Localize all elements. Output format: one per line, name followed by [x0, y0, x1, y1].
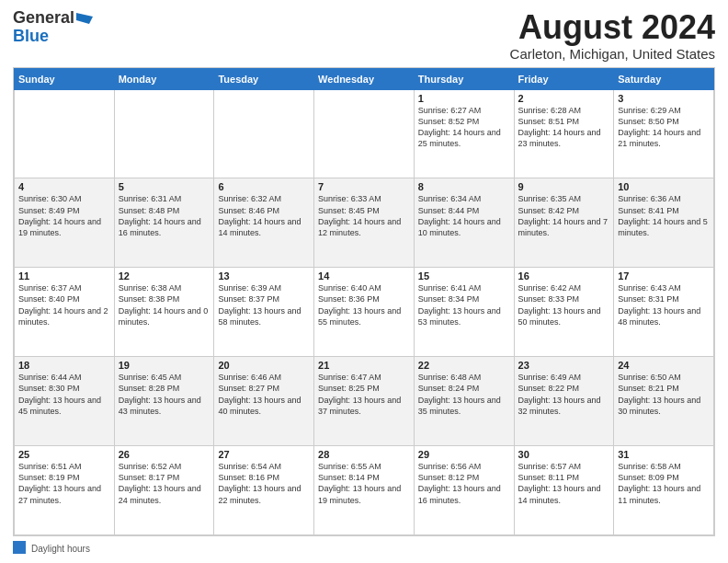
day-header-saturday: Saturday	[614, 68, 714, 89]
day-info: Sunrise: 6:54 AM Sunset: 8:16 PM Dayligh…	[218, 461, 310, 506]
calendar-cell: 20Sunrise: 6:46 AM Sunset: 8:27 PM Dayli…	[214, 357, 314, 446]
calendar-cell: 26Sunrise: 6:52 AM Sunset: 8:17 PM Dayli…	[114, 446, 214, 535]
day-number: 6	[218, 181, 310, 192]
day-info: Sunrise: 6:58 AM Sunset: 8:09 PM Dayligh…	[618, 461, 710, 506]
calendar-cell	[214, 89, 314, 178]
day-number: 28	[318, 449, 410, 460]
day-number: 15	[418, 270, 510, 282]
day-info: Sunrise: 6:39 AM Sunset: 8:37 PM Dayligh…	[218, 282, 310, 327]
day-info: Sunrise: 6:50 AM Sunset: 8:21 PM Dayligh…	[618, 372, 710, 417]
day-number: 30	[518, 449, 610, 460]
week-row-3: 11Sunrise: 6:37 AM Sunset: 8:40 PM Dayli…	[15, 268, 714, 357]
page: General Blue August 2024 Carleton, Michi…	[0, 0, 728, 563]
calendar-cell: 24Sunrise: 6:50 AM Sunset: 8:21 PM Dayli…	[614, 357, 714, 446]
calendar-cell: 30Sunrise: 6:57 AM Sunset: 8:11 PM Dayli…	[514, 446, 614, 535]
calendar-cell: 23Sunrise: 6:49 AM Sunset: 8:22 PM Dayli…	[514, 357, 614, 446]
day-header-thursday: Thursday	[414, 68, 514, 89]
day-number: 14	[318, 270, 410, 282]
day-number: 18	[18, 360, 110, 371]
day-header-sunday: Sunday	[15, 68, 115, 89]
day-number: 31	[618, 449, 710, 460]
day-info: Sunrise: 6:47 AM Sunset: 8:25 PM Dayligh…	[318, 372, 410, 417]
day-number: 17	[618, 270, 710, 282]
day-number: 24	[618, 360, 710, 371]
day-info: Sunrise: 6:31 AM Sunset: 8:48 PM Dayligh…	[119, 193, 210, 238]
logo-general: General	[13, 9, 74, 28]
day-number: 4	[18, 181, 110, 192]
calendar-cell: 14Sunrise: 6:40 AM Sunset: 8:36 PM Dayli…	[314, 268, 415, 357]
day-info: Sunrise: 6:42 AM Sunset: 8:33 PM Dayligh…	[518, 282, 610, 327]
day-number: 22	[418, 360, 510, 371]
day-info: Sunrise: 6:38 AM Sunset: 8:38 PM Dayligh…	[119, 282, 210, 327]
day-number: 7	[318, 181, 410, 192]
calendar-cell: 1Sunrise: 6:27 AM Sunset: 8:52 PM Daylig…	[414, 89, 514, 178]
calendar-cell: 27Sunrise: 6:54 AM Sunset: 8:16 PM Dayli…	[214, 446, 314, 535]
footer: Daylight hours	[13, 540, 715, 554]
day-info: Sunrise: 6:34 AM Sunset: 8:44 PM Dayligh…	[418, 193, 510, 238]
week-row-1: 1Sunrise: 6:27 AM Sunset: 8:52 PM Daylig…	[15, 89, 714, 178]
day-number: 2	[518, 93, 610, 104]
calendar-cell: 29Sunrise: 6:56 AM Sunset: 8:12 PM Dayli…	[414, 446, 514, 535]
day-header-wednesday: Wednesday	[314, 68, 415, 89]
week-row-2: 4Sunrise: 6:30 AM Sunset: 8:49 PM Daylig…	[15, 178, 714, 268]
day-number: 25	[18, 449, 110, 460]
day-number: 29	[418, 449, 510, 460]
calendar-cell: 4Sunrise: 6:30 AM Sunset: 8:49 PM Daylig…	[15, 178, 115, 268]
calendar-cell: 13Sunrise: 6:39 AM Sunset: 8:37 PM Dayli…	[214, 268, 314, 357]
title-block: August 2024 Carleton, Michigan, United S…	[510, 9, 715, 62]
day-info: Sunrise: 6:35 AM Sunset: 8:42 PM Dayligh…	[518, 193, 610, 238]
day-info: Sunrise: 6:30 AM Sunset: 8:49 PM Dayligh…	[18, 193, 110, 238]
calendar-cell: 3Sunrise: 6:29 AM Sunset: 8:50 PM Daylig…	[614, 89, 714, 178]
logo-blue: Blue	[13, 27, 49, 45]
day-info: Sunrise: 6:56 AM Sunset: 8:12 PM Dayligh…	[418, 461, 510, 506]
calendar-header: SundayMondayTuesdayWednesdayThursdayFrid…	[15, 68, 714, 89]
day-header-tuesday: Tuesday	[214, 68, 314, 89]
calendar-cell: 25Sunrise: 6:51 AM Sunset: 8:19 PM Dayli…	[15, 446, 115, 535]
day-number: 19	[119, 360, 210, 371]
day-number: 12	[119, 270, 210, 282]
day-info: Sunrise: 6:51 AM Sunset: 8:19 PM Dayligh…	[18, 461, 110, 506]
calendar-body: 1Sunrise: 6:27 AM Sunset: 8:52 PM Daylig…	[15, 89, 714, 534]
week-row-5: 25Sunrise: 6:51 AM Sunset: 8:19 PM Dayli…	[15, 446, 714, 535]
legend-box	[13, 541, 26, 554]
calendar-cell: 9Sunrise: 6:35 AM Sunset: 8:42 PM Daylig…	[514, 178, 614, 268]
day-info: Sunrise: 6:55 AM Sunset: 8:14 PM Dayligh…	[318, 461, 410, 506]
day-number: 8	[418, 181, 510, 192]
day-info: Sunrise: 6:45 AM Sunset: 8:28 PM Dayligh…	[119, 372, 210, 417]
calendar-cell	[15, 89, 115, 178]
day-number: 16	[518, 270, 610, 282]
day-info: Sunrise: 6:43 AM Sunset: 8:31 PM Dayligh…	[618, 282, 710, 327]
calendar-cell: 28Sunrise: 6:55 AM Sunset: 8:14 PM Dayli…	[314, 446, 415, 535]
footer-note: Daylight hours	[31, 544, 90, 554]
calendar-cell: 21Sunrise: 6:47 AM Sunset: 8:25 PM Dayli…	[314, 357, 415, 446]
day-number: 23	[518, 360, 610, 371]
calendar-cell: 31Sunrise: 6:58 AM Sunset: 8:09 PM Dayli…	[614, 446, 714, 535]
calendar-cell: 8Sunrise: 6:34 AM Sunset: 8:44 PM Daylig…	[414, 178, 514, 268]
day-number: 10	[618, 181, 710, 192]
subtitle: Carleton, Michigan, United States	[510, 46, 715, 62]
day-info: Sunrise: 6:33 AM Sunset: 8:45 PM Dayligh…	[318, 193, 410, 238]
calendar-cell: 2Sunrise: 6:28 AM Sunset: 8:51 PM Daylig…	[514, 89, 614, 178]
day-number: 5	[119, 181, 210, 192]
calendar-cell: 5Sunrise: 6:31 AM Sunset: 8:48 PM Daylig…	[114, 178, 214, 268]
day-number: 13	[218, 270, 310, 282]
calendar-cell: 18Sunrise: 6:44 AM Sunset: 8:30 PM Dayli…	[15, 357, 115, 446]
day-header-row: SundayMondayTuesdayWednesdayThursdayFrid…	[15, 68, 714, 89]
day-info: Sunrise: 6:27 AM Sunset: 8:52 PM Dayligh…	[418, 105, 510, 150]
calendar-cell	[114, 89, 214, 178]
calendar-cell: 15Sunrise: 6:41 AM Sunset: 8:34 PM Dayli…	[414, 268, 514, 357]
day-number: 27	[218, 449, 310, 460]
day-info: Sunrise: 6:52 AM Sunset: 8:17 PM Dayligh…	[119, 461, 210, 506]
day-info: Sunrise: 6:40 AM Sunset: 8:36 PM Dayligh…	[318, 282, 410, 327]
day-info: Sunrise: 6:44 AM Sunset: 8:30 PM Dayligh…	[18, 372, 110, 417]
calendar-cell: 17Sunrise: 6:43 AM Sunset: 8:31 PM Dayli…	[614, 268, 714, 357]
day-info: Sunrise: 6:46 AM Sunset: 8:27 PM Dayligh…	[218, 372, 310, 417]
day-number: 21	[318, 360, 410, 371]
svg-marker-0	[76, 13, 93, 24]
day-info: Sunrise: 6:28 AM Sunset: 8:51 PM Dayligh…	[518, 105, 610, 150]
week-row-4: 18Sunrise: 6:44 AM Sunset: 8:30 PM Dayli…	[15, 357, 714, 446]
logo: General Blue	[13, 9, 95, 46]
day-info: Sunrise: 6:32 AM Sunset: 8:46 PM Dayligh…	[218, 193, 310, 238]
day-header-monday: Monday	[114, 68, 214, 89]
calendar-cell: 7Sunrise: 6:33 AM Sunset: 8:45 PM Daylig…	[314, 178, 415, 268]
